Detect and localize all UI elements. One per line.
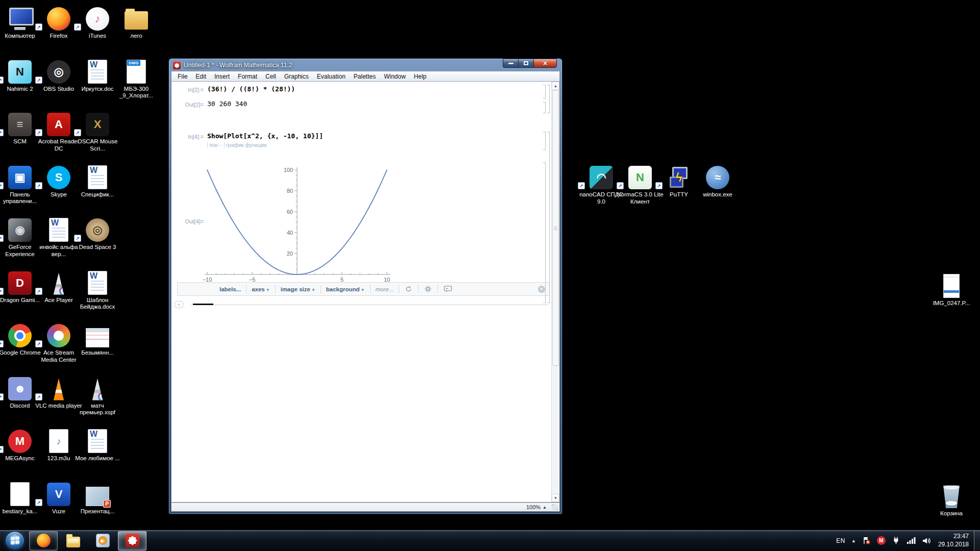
icon-label: winbox.exe bbox=[694, 191, 742, 198]
start-button[interactable] bbox=[5, 531, 24, 550]
network-signal-icon[interactable] bbox=[906, 537, 916, 544]
mathematica-app-icon bbox=[173, 62, 181, 69]
scm-icon: ≡ bbox=[8, 113, 32, 136]
desktop-icon-img-0247[interactable]: IMG_0247.P... bbox=[927, 271, 975, 307]
desktop-icon-favorite-doc[interactable]: WМое любимое ... bbox=[74, 427, 121, 462]
desktop-icon-recycle-bin[interactable]: Корзина bbox=[927, 482, 975, 517]
desktop-icon-specific-doc[interactable]: WСпецифик... bbox=[74, 163, 121, 198]
output-plot[interactable]: −10−551020406080100 bbox=[203, 164, 397, 282]
in2-code[interactable]: (36!) / ((8!) * (28!)) bbox=[207, 85, 295, 93]
cell-group-bracket-1[interactable] bbox=[547, 85, 550, 113]
power-plug-icon[interactable] bbox=[892, 536, 900, 545]
icon-label: Безымянн... bbox=[74, 349, 121, 357]
labels-button[interactable]: labels... bbox=[214, 286, 246, 292]
desktop-icon-lego-folder[interactable]: лего bbox=[112, 4, 160, 40]
notebook-area[interactable]: In[2]:= (36!) / ((8!) * (28!)) Out[2]= 3… bbox=[172, 82, 551, 502]
in4-code[interactable]: Show[Plot[x^2, {x, -10, 10}]] bbox=[207, 132, 323, 140]
shortcut-arrow-icon: ↗ bbox=[35, 288, 42, 295]
svg-text:80: 80 bbox=[287, 188, 293, 194]
shortcut-arrow-icon: ↗ bbox=[655, 182, 663, 189]
shortcut-arrow-icon: ↗ bbox=[74, 129, 81, 136]
menu-edit[interactable]: Edit bbox=[191, 72, 210, 81]
desktop-icon-untitled-image[interactable]: Безымянн... bbox=[74, 321, 121, 357]
insert-cell-plus-icon[interactable]: + bbox=[175, 301, 183, 308]
cell-bracket-in4[interactable] bbox=[543, 132, 546, 150]
minimize-button[interactable] bbox=[503, 59, 518, 68]
menu-window[interactable]: Window bbox=[380, 72, 410, 81]
m3u-playlist-icon: ♪ bbox=[49, 429, 68, 453]
megasync-tray-icon[interactable]: M bbox=[877, 536, 886, 545]
cell-bracket-in2[interactable] bbox=[543, 85, 546, 99]
file-type-chip: DWG bbox=[127, 60, 140, 66]
desktop-icon-oscar-mouse[interactable]: X↗OSCAR Mouse Scri... bbox=[74, 110, 121, 153]
icon-label: Корзина bbox=[927, 510, 975, 517]
menu-palettes[interactable]: Palettes bbox=[350, 72, 380, 81]
cell-bracket-out4[interactable] bbox=[543, 162, 546, 303]
chevron-down-icon: ▼ bbox=[266, 288, 270, 292]
itunes-icon: ♪ bbox=[86, 7, 109, 31]
svg-text:20: 20 bbox=[287, 251, 293, 257]
icon-label: лего bbox=[112, 33, 160, 40]
menu-format[interactable]: Format bbox=[234, 72, 261, 81]
recycle-bin-icon bbox=[942, 484, 961, 508]
cell-group-bracket-2[interactable] bbox=[547, 132, 550, 303]
cell-bracket-out2[interactable] bbox=[543, 102, 546, 113]
refresh-icon[interactable] bbox=[399, 285, 418, 293]
gear-icon[interactable] bbox=[419, 285, 437, 293]
scrollbar-thumb[interactable] bbox=[552, 90, 559, 366]
scroll-down-arrow[interactable]: ▼ bbox=[552, 494, 559, 502]
acrobat-icon: A bbox=[47, 113, 70, 136]
desktop-icon-badge-template-docx[interactable]: WШаблон Бейджа.docx bbox=[74, 268, 121, 311]
image-size-dropdown[interactable]: image size▼ bbox=[276, 286, 321, 292]
menu-help[interactable]: Help bbox=[410, 72, 431, 81]
clock[interactable]: 23:47 29.10.2018 bbox=[938, 533, 969, 548]
shortcut-arrow-icon: ↗ bbox=[578, 182, 585, 189]
img-0247-icon bbox=[943, 274, 960, 298]
vertical-scrollbar[interactable]: ▲ ▼ bbox=[551, 82, 559, 502]
vuze-icon: V bbox=[47, 483, 70, 506]
action-center-flag-icon[interactable] bbox=[862, 536, 871, 545]
close-button[interactable]: × bbox=[533, 59, 557, 68]
mathematica-window[interactable]: Untitled-1 * - Wolfram Mathematica 11.2 … bbox=[168, 58, 562, 514]
desktop-icon-dead-space[interactable]: ◎↗Dead Space 3 bbox=[74, 215, 121, 251]
taskbar-button-explorer[interactable] bbox=[59, 531, 87, 550]
desktop-icon-mbe-dwg[interactable]: DWGМБЭ-300 _9_Хлорат... bbox=[112, 57, 160, 100]
svg-text:10: 10 bbox=[384, 277, 390, 282]
desktop-icon-presentation[interactable]: PПрезентац... bbox=[74, 480, 121, 515]
taskbar-button-mathematica[interactable] bbox=[118, 531, 146, 550]
scroll-up-arrow[interactable]: ▲ bbox=[552, 82, 559, 90]
comment-icon[interactable] bbox=[438, 285, 458, 293]
taskbar-button-firefox[interactable] bbox=[29, 531, 58, 550]
menu-evaluation[interactable]: Evaluation bbox=[313, 72, 350, 81]
taskbar-button-wmp[interactable] bbox=[88, 531, 117, 550]
hidden-icons-arrow[interactable]: ▲ bbox=[851, 538, 856, 543]
window-titlebar[interactable]: Untitled-1 * - Wolfram Mathematica 11.2 … bbox=[171, 59, 560, 71]
insert-cell-row[interactable]: + bbox=[175, 301, 548, 309]
resize-grip[interactable] bbox=[552, 504, 558, 510]
firefox-icon bbox=[47, 7, 70, 31]
shortcut-arrow-icon: ↗ bbox=[74, 23, 81, 31]
irkutsk-doc-icon: W bbox=[88, 60, 107, 84]
shortcut-arrow-icon: ↗ bbox=[0, 288, 4, 295]
icon-label: Мое любимое ... bbox=[74, 455, 121, 462]
menu-cell[interactable]: Cell bbox=[261, 72, 280, 81]
menu-file[interactable]: File bbox=[174, 72, 191, 81]
zoom-menu-arrow[interactable]: ▲ bbox=[543, 505, 552, 510]
menu-graphics[interactable]: Graphics bbox=[280, 72, 313, 81]
out2-value: 30 260 340 bbox=[207, 100, 247, 108]
axes-dropdown[interactable]: axes▼ bbox=[247, 286, 275, 292]
match-xspf-icon bbox=[89, 379, 106, 400]
background-dropdown[interactable]: background▼ bbox=[321, 286, 370, 292]
maximize-button[interactable] bbox=[518, 59, 533, 68]
normacs-icon: N bbox=[628, 166, 652, 189]
language-indicator[interactable]: EN bbox=[836, 537, 845, 544]
in2-label: In[2]:= bbox=[172, 87, 204, 93]
icon-label: Специфик... bbox=[74, 191, 121, 198]
desktop-icon-match-xspf[interactable]: матч премьер.xspf bbox=[74, 374, 121, 417]
more-button[interactable]: more... bbox=[371, 286, 399, 292]
zoom-level[interactable]: 100% bbox=[524, 504, 543, 510]
menu-insert[interactable]: Insert bbox=[210, 72, 234, 81]
desktop-icon-winbox[interactable]: ≈winbox.exe bbox=[694, 163, 742, 198]
volume-icon[interactable] bbox=[922, 537, 931, 545]
show-desktop-button[interactable] bbox=[974, 530, 980, 551]
